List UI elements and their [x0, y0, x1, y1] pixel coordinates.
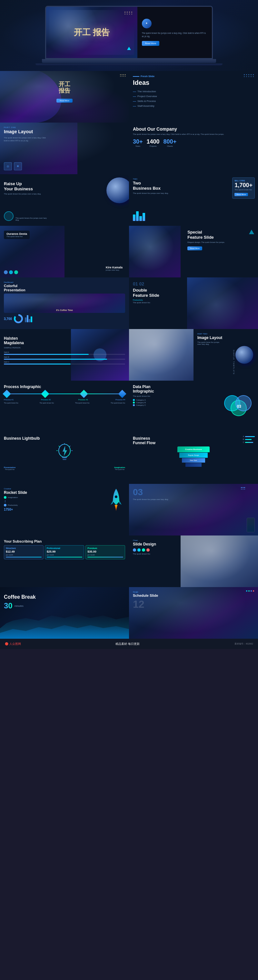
stat-clients: 800+ [164, 138, 177, 145]
funnel-title: BusinessFunnel Flow [133, 436, 254, 445]
stat-years: 30+ [133, 138, 143, 145]
slide-11-right: Single Schedule Slide 12 [129, 587, 258, 639]
image-layout-title: Image Layout [4, 129, 125, 135]
slide-9-left: Creative Rocket Slide Imagination Produc… [0, 484, 129, 536]
slide-3-right: BILL CODE 1,700+ The quick brown fox Rea… [129, 174, 258, 226]
person2-name: Kire Kamala [106, 266, 123, 269]
image-layout-text: The quick brown fox jumps over a lazy do… [4, 137, 49, 142]
slide-4-right: SpecialFeature Slide Elegant design. The… [129, 226, 258, 277]
raise-up-title: Raise UpYour Business [4, 181, 125, 191]
slide-6-left: HalstenMagdalena SAMPLE PERSON Skill A S… [0, 329, 129, 381]
halsten-name: HalstenMagdalena [4, 336, 125, 345]
svg-rect-2 [62, 457, 67, 458]
slide-4-left: Ouranos Desta The quick brow fox Kire Ka… [0, 226, 129, 277]
slide-logo: ✦ [142, 19, 151, 29]
hero-slide: 开工 报告 [0, 0, 258, 71]
svg-rect-3 [62, 459, 67, 460]
part-one-tag: PART ONE [4, 126, 125, 128]
about-company-title: About Our Company [133, 126, 254, 132]
person1-name: Ouranos Desta [6, 232, 27, 235]
slide-7-right: Data PlanInfographic The quick brown fox… [129, 381, 258, 432]
clean-slide-title: Slide Design [133, 542, 254, 546]
slide-3-left: Raise UpYour Business The quick brown fo… [0, 174, 129, 226]
slide-11-left: Coffee Break 30 minutes [0, 587, 129, 639]
bottom-tagline: 精品素材·每日更新 [115, 642, 140, 646]
slide-6-right: PART TWO Image Layout The quick brow fox… [129, 329, 258, 381]
process-infographic-title: Process Infographic [4, 385, 125, 389]
special-feature-text: Elegant design. The quick brown fox jump… [187, 241, 254, 244]
slide-9-right: 03 The quick brown fox jumps over lazy d… [129, 484, 258, 536]
subscribing-plan-title: Your Subscribing Plan [4, 539, 125, 543]
bottom-logo: 🔴 人众图网 [5, 642, 21, 646]
raise-up-text: The quick brown fox jumps over a lazy do… [4, 192, 52, 196]
chinese-title: 开工 报告 [74, 28, 110, 37]
slide-1r-title: Ideas [133, 79, 254, 86]
rocket-slide-title: Rocket Slide [4, 490, 125, 495]
two-business-text: The quick brown fox jumps over lazy dog. [133, 192, 254, 195]
slide-8-left: Business Lightbulb [0, 432, 129, 484]
part2-image-layout: Image Layout [197, 336, 254, 340]
slide-5-right: 01 02 DoubleFeature Slide Productivity T… [129, 277, 258, 329]
slide-5-left: Dashboard ColorfulPresentation It's Coff… [0, 277, 129, 329]
slide-2-left: PART ONE Image Layout The quick brown fo… [0, 123, 129, 174]
slide-10-right: Clean Slide Design The quick brown fox [129, 536, 258, 587]
bottom-bar: 🔴 人众图网 精品素材·每日更新 素材编号：402862 [0, 639, 258, 649]
read-more-btn[interactable]: Read More [142, 41, 160, 46]
fresh-slide-tag: Fresh Slide [141, 75, 154, 78]
schedule-slide-title: Schedule Slide [133, 593, 254, 598]
coffee-break-title: Coffee Break [4, 594, 125, 600]
svg-line-7 [59, 446, 60, 447]
lightbulb-title: Business Lightbulb [4, 436, 125, 441]
slide-1-right: Fresh Slide Ideas — The Introduction — P… [129, 71, 258, 123]
about-company-text: The quick brown fox jumps over a lazy do… [133, 133, 254, 136]
data-plan-title: Data PlanInfographic [133, 385, 254, 394]
slide-10-left: Your Subscribing Plan Structure $12.49 p… [0, 536, 129, 587]
svg-marker-1 [62, 446, 67, 456]
double-feature-title: DoubleFeature Slide [133, 288, 254, 298]
svg-point-9 [115, 495, 118, 498]
svg-line-5 [69, 446, 70, 447]
two-business-title: TwoBusiness Box [133, 181, 254, 191]
slide-8-right: BusinessFunnel Flow Creative Business Re… [129, 432, 258, 484]
stat-projects: 1400 [147, 138, 160, 145]
special-feature-title: SpecialFeature Slide [187, 230, 254, 240]
hero-subtitle: The quick brown fox jumps over a lazy do… [142, 32, 207, 38]
slide-2-right: About Our Company The quick brown fox ju… [129, 123, 258, 174]
menu-list: — The Introduction — Project Overview — … [133, 89, 254, 108]
slide-1l-title: 开工报告 [4, 81, 125, 94]
colorful-title: ColorfulPresentation [4, 284, 125, 292]
slide-1-left: 开工报告 Read More [0, 71, 129, 123]
bottom-id: 素材编号：402862 [234, 642, 253, 646]
slide-7-left: Process Infographic Process #1 Process #… [0, 381, 129, 432]
